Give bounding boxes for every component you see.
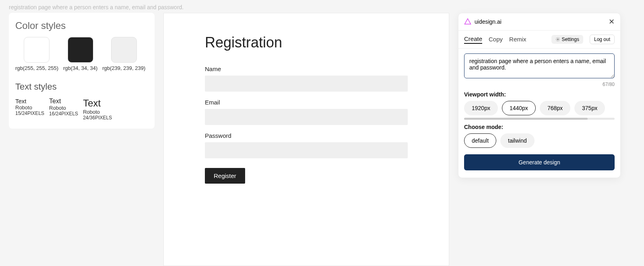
text-family: Roboto <box>49 105 78 111</box>
mode-row: default tailwind <box>464 133 615 148</box>
text-style-item[interactable]: Text Roboto 16/24PIXELS <box>49 98 78 121</box>
page-title: Registration <box>205 34 408 51</box>
logout-button[interactable]: Log out <box>590 35 615 44</box>
tab-create[interactable]: Create <box>464 35 482 44</box>
gear-icon <box>555 37 560 42</box>
char-count: 67/80 <box>464 82 615 87</box>
close-icon[interactable]: ✕ <box>609 18 615 25</box>
text-style-item[interactable]: Text Roboto 24/36PIXELS <box>83 98 112 121</box>
scrollbar-thumb[interactable] <box>464 118 588 120</box>
text-sample: Text <box>15 98 44 104</box>
name-label: Name <box>205 65 408 72</box>
settings-button[interactable]: Settings <box>551 35 583 44</box>
name-input[interactable] <box>205 76 408 92</box>
text-sample: Text <box>49 98 78 105</box>
color-label: rgb(255, 255, 255) <box>15 65 58 71</box>
text-styles-title: Text styles <box>15 82 148 92</box>
brand-name: uidesign.ai <box>475 18 609 25</box>
mode-tailwind[interactable]: tailwind <box>500 133 535 148</box>
register-button[interactable]: Register <box>205 168 245 184</box>
color-label: rgb(34, 34, 34) <box>63 65 97 71</box>
viewport-768[interactable]: 768px <box>540 101 570 115</box>
text-size: 16/24PIXELS <box>49 111 78 117</box>
text-size: 15/24PIXELS <box>15 110 44 116</box>
generate-button[interactable]: Generate design <box>464 154 615 170</box>
color-styles-title: Color styles <box>15 20 148 31</box>
viewport-row: 1920px 1440px 768px 375px <box>464 101 615 115</box>
panel-body: 67/80 Viewport width: 1920px 1440px 768p… <box>458 49 620 148</box>
color-swatch[interactable] <box>111 37 137 63</box>
color-swatch-item: rgb(239, 239, 239) <box>102 37 145 71</box>
text-family: Roboto <box>83 109 112 115</box>
mode-label: Choose mode: <box>464 124 615 130</box>
email-input[interactable] <box>205 109 408 125</box>
password-input[interactable] <box>205 142 408 158</box>
text-family: Roboto <box>15 104 44 110</box>
color-swatch-item: rgb(255, 255, 255) <box>15 37 58 71</box>
tab-row: Create Copy Remix Settings Log out <box>458 31 620 49</box>
logo-icon <box>464 18 471 25</box>
color-label: rgb(239, 239, 239) <box>102 65 145 71</box>
viewport-1920[interactable]: 1920px <box>464 101 498 115</box>
password-label: Password <box>205 132 408 139</box>
color-swatch-item: rgb(34, 34, 34) <box>63 37 97 71</box>
email-label: Email <box>205 99 408 106</box>
svg-point-0 <box>557 39 558 40</box>
prompt-textarea[interactable] <box>464 53 615 78</box>
panel-header: uidesign.ai ✕ <box>458 13 620 31</box>
styles-panel: Color styles rgb(255, 255, 255) rgb(34, … <box>9 13 155 129</box>
color-swatch-row: rgb(255, 255, 255) rgb(34, 34, 34) rgb(2… <box>15 37 148 71</box>
top-prompt-text: registration page where a person enters … <box>9 4 184 10</box>
tab-copy[interactable]: Copy <box>489 36 503 43</box>
viewport-1440[interactable]: 1440px <box>502 101 536 115</box>
text-style-item[interactable]: Text Roboto 15/24PIXELS <box>15 98 44 121</box>
tab-remix[interactable]: Remix <box>509 36 526 43</box>
text-size: 24/36PIXELS <box>83 115 112 121</box>
viewport-label: Viewport width: <box>464 91 615 98</box>
control-panel: uidesign.ai ✕ Create Copy Remix Settings… <box>458 13 621 178</box>
text-sample: Text <box>83 98 112 109</box>
color-swatch[interactable] <box>68 37 93 63</box>
mode-default[interactable]: default <box>464 133 496 148</box>
viewport-scrollbar[interactable] <box>464 118 615 120</box>
text-style-row: Text Roboto 15/24PIXELS Text Roboto 16/2… <box>15 98 148 121</box>
preview-panel: Registration Name Email Password Registe… <box>163 13 449 266</box>
viewport-375[interactable]: 375px <box>574 101 605 115</box>
settings-label: Settings <box>562 37 579 42</box>
color-swatch[interactable] <box>24 37 50 63</box>
